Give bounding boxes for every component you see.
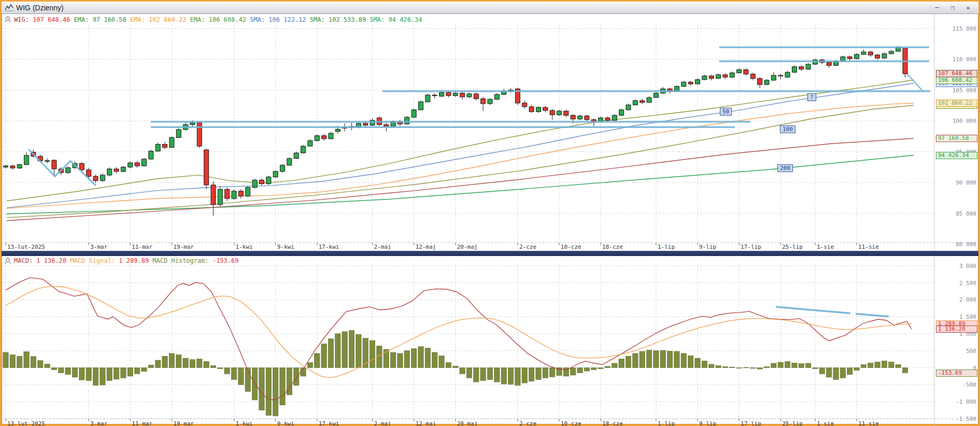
macd-indicator-label: MACD:: [14, 257, 36, 264]
date-label: 17-lip: [741, 244, 761, 250]
date-label: 11-sie: [858, 420, 879, 426]
price-indicator-row: WIG: 107 648.46 EMA: 97 160.58 EMA: 102 …: [14, 16, 426, 24]
price-axis-label: 105 000: [936, 87, 976, 94]
macd-indicator-label: MACD Signal:: [70, 257, 119, 264]
date-label: 12-maj: [416, 420, 436, 426]
indicator-label: EMA:: [190, 16, 209, 23]
date-label: 2-maj: [374, 420, 391, 426]
macd-indicator-value: 1 289.89: [119, 257, 152, 264]
date-label: 17-kwi: [319, 244, 339, 250]
date-label: 2-cze: [519, 244, 536, 250]
date-label: 3-mar: [90, 420, 107, 426]
indicator-label: WIG:: [14, 16, 33, 23]
date-label: 13-lut-2025: [7, 244, 45, 250]
date-label: 13-lut-2025: [7, 420, 45, 426]
macd-axis-label: 500: [936, 348, 976, 354]
indicator-label: EMA:: [130, 16, 149, 23]
date-label: 1-lip: [658, 420, 675, 426]
macd-trendline-drawing[interactable]: [776, 307, 889, 317]
price-chart-plot[interactable]: [2, 14, 978, 251]
ma-line: [7, 83, 914, 208]
price-axis-label: 85 000: [936, 210, 976, 217]
price-axis-label: 80 000: [936, 241, 976, 248]
date-label: 25-lip: [782, 420, 803, 426]
ma-period-label[interactable]: ?: [807, 93, 816, 101]
ma-line: [7, 138, 914, 221]
ma-period-label[interactable]: 50: [720, 108, 732, 116]
macd-chart-plot[interactable]: [2, 256, 978, 426]
date-label: 18-cze: [602, 244, 623, 250]
date-label: 10-cze: [561, 244, 581, 250]
date-label: 20-maj: [457, 420, 478, 426]
window-title: WIG (Dzienny): [16, 4, 64, 12]
app-window: WIG (Dzienny) ─❐✕ WIG: 107 648.46 EMA: 9…: [0, 0, 980, 426]
indicator-label: SMA:: [310, 16, 329, 23]
window-controls: ─❐✕: [933, 4, 975, 11]
indicator-value: 94 426.34: [389, 16, 426, 23]
ma-line: [7, 80, 914, 201]
date-label: 3-mar: [90, 244, 107, 250]
price-tag: 107 648.46: [936, 70, 977, 77]
indicator-value: 107 648.46: [33, 16, 74, 23]
date-label: 17-kwi: [319, 420, 339, 426]
macd-grid: [2, 263, 978, 421]
price-tag: 102 860.22: [936, 100, 977, 107]
date-label: 25-lip: [782, 244, 803, 250]
close-button[interactable]: ✕: [964, 4, 972, 11]
date-label: 2-cze: [519, 420, 536, 426]
date-label: 1-sie: [817, 420, 834, 426]
price-axis-label: 100 000: [936, 118, 976, 124]
restore-button[interactable]: ❐: [948, 4, 957, 11]
price-axis-label: 115 000: [936, 25, 976, 32]
macd-indicator-value: 1 136.20: [36, 257, 70, 264]
macd-axis-label: -1 000: [936, 399, 976, 405]
price-axis-label: 110 000: [936, 56, 976, 63]
indicator-value: 102 533.89: [329, 16, 370, 23]
indicator-value: 106 608.42: [209, 16, 250, 23]
date-label: 20-maj: [457, 244, 478, 250]
date-label: 9-lip: [699, 244, 716, 250]
macd-indicator-value: -153.69: [212, 257, 243, 264]
date-label: 11-mar: [132, 244, 152, 250]
macd-axis-label: -500: [936, 381, 976, 388]
date-label: 18-cze: [602, 420, 623, 426]
ma-period-label[interactable]: 100: [780, 125, 796, 133]
chart-line-icon: [5, 4, 14, 12]
date-label: 1-lip: [658, 244, 675, 250]
date-label: 2-maj: [374, 244, 391, 250]
date-label: 9-lip: [699, 420, 716, 426]
macd-axis-label: 1 500: [936, 314, 976, 320]
macd-value-tag: -153.69: [936, 370, 977, 377]
macd-value-tag: 1 136.20: [936, 325, 977, 333]
macd-indicator-row: MACD: 1 136.20 MACD Signal: 1 289.89 MAC…: [14, 257, 243, 265]
macd-line: [6, 278, 912, 400]
ma-line: [7, 103, 914, 208]
panel-anchor-icon[interactable]: [4, 16, 12, 24]
panel-anchor-icon[interactable]: [4, 257, 12, 265]
minimize-button[interactable]: ─: [933, 4, 941, 11]
date-label: 9-kwi: [277, 244, 294, 250]
macd-axis-label: 2 500: [936, 280, 976, 287]
date-label: 19-mar: [173, 244, 194, 250]
price-tag: 106 608.42: [936, 77, 977, 84]
date-label: 1-kwi: [236, 420, 253, 426]
date-label: 19-mar: [173, 420, 194, 426]
titlebar[interactable]: WIG (Dzienny) ─❐✕: [2, 2, 978, 14]
indicator-label: SMA:: [250, 16, 268, 23]
price-tag: 94 426.34: [936, 152, 977, 159]
indicator-value: 102 860.22: [149, 16, 190, 23]
date-label: 12-maj: [416, 244, 436, 250]
date-label: 1-sie: [817, 244, 834, 250]
date-label: 10-cze: [561, 420, 581, 426]
price-tag: 97 160.58: [936, 135, 977, 142]
date-label: 11-mar: [132, 420, 152, 426]
indicator-value: 97 160.58: [93, 16, 130, 23]
macd-axis-label: 2 000: [936, 296, 976, 303]
date-label: 17-lip: [741, 420, 761, 426]
panel-splitter[interactable]: [2, 251, 978, 256]
date-label: 1-kwi: [236, 244, 253, 250]
ma-period-label[interactable]: 200: [777, 164, 793, 172]
macd-axis-label: 3 000: [936, 263, 976, 269]
macd-axis-label: -1 500: [936, 416, 976, 422]
indicator-value: 106 122.12: [268, 16, 309, 23]
